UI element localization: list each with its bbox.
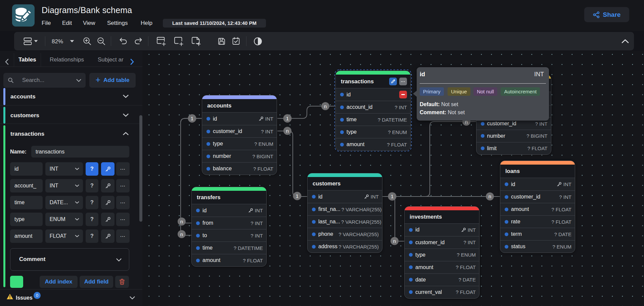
svg-text:n: n (324, 103, 327, 109)
svg-text:1: 1 (296, 193, 298, 199)
svg-text:1: 1 (391, 193, 394, 199)
svg-text:n: n (180, 219, 183, 224)
svg-text:n: n (489, 193, 491, 199)
svg-text:n: n (393, 238, 396, 244)
svg-text:1: 1 (286, 116, 289, 121)
svg-text:1: 1 (191, 116, 193, 121)
svg-text:n: n (286, 128, 289, 134)
svg-text:n: n (180, 231, 183, 237)
